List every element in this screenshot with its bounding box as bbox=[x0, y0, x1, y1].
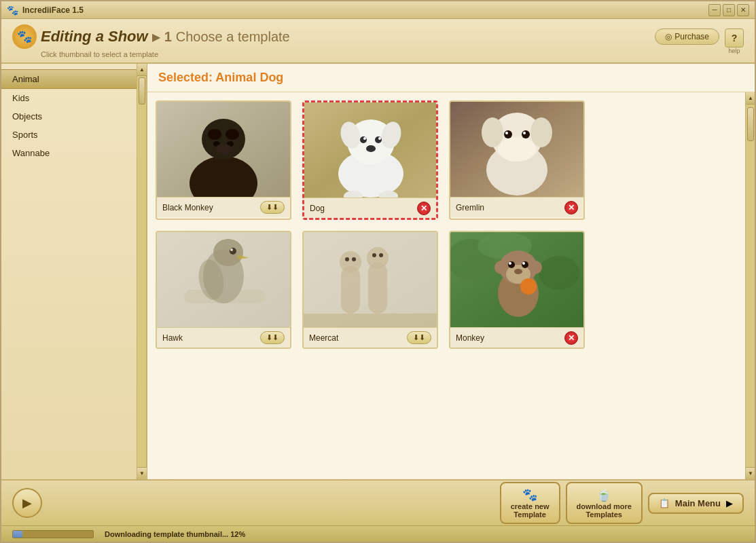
svg-point-29 bbox=[523, 132, 526, 134]
right-scroll-up[interactable]: ▲ bbox=[746, 92, 755, 105]
header-right: ◎ Purchase ? help bbox=[655, 29, 744, 54]
svg-point-25 bbox=[498, 137, 536, 162]
template-footer-gremlin: Gremlin ✕ bbox=[450, 197, 583, 217]
scroll-thumb[interactable] bbox=[139, 77, 145, 105]
template-grid-container: Black Monkey ⬇⬇ bbox=[147, 92, 745, 479]
svg-point-4 bbox=[226, 129, 239, 140]
template-card-dog[interactable]: Dog ✕ bbox=[302, 100, 438, 220]
svg-point-15 bbox=[363, 137, 366, 140]
template-download-black-monkey[interactable]: ⬇⬇ bbox=[260, 201, 285, 214]
template-footer-hawk: Hawk ⬇⬇ bbox=[157, 327, 290, 348]
sidebar-item-animal[interactable]: Animal bbox=[1, 69, 146, 89]
editing-title: Editing a Show bbox=[41, 28, 148, 45]
template-name-meercat: Meercat bbox=[309, 333, 338, 343]
svg-point-33 bbox=[213, 239, 243, 266]
svg-point-16 bbox=[378, 137, 381, 140]
svg-point-50 bbox=[539, 256, 579, 290]
thumbnail-monkey bbox=[450, 232, 583, 327]
template-download-meercat[interactable]: ⬇⬇ bbox=[407, 331, 431, 344]
thumb-svg-meercat bbox=[304, 232, 437, 327]
right-scroll-down[interactable]: ▼ bbox=[746, 467, 755, 479]
sidebar-item-objects[interactable]: Objects bbox=[1, 107, 146, 126]
header: 🐾 Editing a Show ▶ 1 Choose a template C… bbox=[1, 19, 755, 64]
sidebar-label-sports: Sports bbox=[12, 130, 38, 140]
app-icon: 🐾 bbox=[12, 24, 37, 49]
header-arrow: ▶ bbox=[152, 31, 160, 43]
template-card-meercat[interactable]: Meercat ⬇⬇ bbox=[302, 231, 438, 349]
sidebar-label-animal: Animal bbox=[12, 74, 39, 84]
maximize-button[interactable]: □ bbox=[723, 4, 735, 16]
svg-point-57 bbox=[508, 261, 515, 268]
template-close-monkey[interactable]: ✕ bbox=[564, 331, 578, 345]
create-new-template-button[interactable]: 🐾 create new Template bbox=[500, 482, 560, 524]
right-scroll-track bbox=[746, 105, 755, 467]
help-container: ? help bbox=[725, 29, 744, 54]
svg-point-3 bbox=[208, 129, 221, 140]
selected-banner: Selected: Animal Dog bbox=[147, 64, 755, 92]
template-card-hawk[interactable]: Hawk ⬇⬇ bbox=[156, 231, 291, 349]
template-card-gremlin[interactable]: Gremlin ✕ bbox=[449, 100, 585, 220]
thumb-svg-black-monkey bbox=[157, 102, 290, 197]
template-close-dog[interactable]: ✕ bbox=[417, 202, 431, 215]
sidebar-label-objects: Objects bbox=[12, 111, 42, 121]
template-label: Template bbox=[514, 510, 545, 519]
thumbnail-hawk bbox=[157, 232, 290, 327]
svg-point-62 bbox=[520, 278, 537, 295]
svg-point-27 bbox=[522, 130, 530, 138]
template-name-black-monkey: Black Monkey bbox=[162, 203, 213, 212]
main-menu-label: Main Menu bbox=[675, 498, 721, 508]
minimize-button[interactable]: ─ bbox=[708, 4, 721, 16]
menu-icon: 📋 bbox=[659, 498, 670, 508]
main-menu-button[interactable]: 📋 Main Menu ▶ bbox=[648, 493, 744, 514]
sidebar-item-sports[interactable]: Sports bbox=[1, 126, 146, 144]
thumb-svg-monkey bbox=[450, 232, 583, 327]
sidebar-item-kids[interactable]: Kids bbox=[1, 89, 146, 107]
sidebar-item-wannabe[interactable]: Wannabe bbox=[1, 144, 146, 162]
svg-point-7 bbox=[215, 144, 232, 155]
svg-point-13 bbox=[360, 136, 367, 143]
template-footer-meercat: Meercat ⬇⬇ bbox=[304, 327, 437, 348]
svg-point-58 bbox=[522, 261, 528, 268]
sidebar-label-wannabe: Wannabe bbox=[12, 148, 50, 158]
close-button[interactable]: ✕ bbox=[737, 4, 749, 16]
template-card-monkey[interactable]: Monkey ✕ bbox=[449, 231, 585, 349]
template-name-monkey: Monkey bbox=[456, 333, 484, 343]
bottom-right-buttons: 🐾 create new Template 🍵 download more Te… bbox=[500, 482, 744, 524]
svg-point-24 bbox=[530, 117, 552, 147]
svg-rect-47 bbox=[304, 314, 437, 327]
main-content: Animal Kids Objects Sports Wannabe ▲ ▼ bbox=[1, 64, 755, 479]
scroll-track bbox=[137, 76, 146, 467]
template-close-gremlin[interactable]: ✕ bbox=[564, 201, 578, 214]
svg-point-17 bbox=[366, 145, 376, 152]
template-name-gremlin: Gremlin bbox=[456, 203, 484, 212]
svg-point-23 bbox=[482, 117, 503, 147]
help-text: help bbox=[728, 48, 740, 54]
play-button[interactable]: ▶ bbox=[12, 488, 42, 518]
scroll-up-arrow[interactable]: ▲ bbox=[137, 64, 147, 76]
svg-point-44 bbox=[367, 247, 389, 269]
create-icon: 🐾 bbox=[522, 487, 537, 502]
template-card-black-monkey[interactable]: Black Monkey ⬇⬇ bbox=[156, 100, 291, 220]
right-scroll-thumb[interactable] bbox=[747, 107, 754, 141]
header-left: 🐾 Editing a Show ▶ 1 Choose a template C… bbox=[12, 24, 290, 58]
svg-point-59 bbox=[509, 262, 511, 265]
thumb-svg-dog bbox=[304, 102, 437, 198]
download-more-templates-button[interactable]: 🍵 download more Templates bbox=[566, 482, 643, 524]
thumbnail-dog bbox=[304, 102, 437, 198]
thumb-svg-gremlin bbox=[450, 102, 583, 197]
thumb-svg-hawk bbox=[157, 232, 290, 327]
progress-bar bbox=[12, 530, 94, 538]
window-title: IncrediiFace 1.5 bbox=[22, 5, 84, 15]
main-window: 🐾 IncrediiFace 1.5 ─ □ ✕ 🐾 Editing a Sho… bbox=[0, 0, 756, 543]
svg-point-60 bbox=[522, 262, 525, 265]
template-download-hawk[interactable]: ⬇⬇ bbox=[260, 331, 285, 344]
scroll-down-arrow[interactable]: ▼ bbox=[137, 467, 147, 479]
sidebar-label-kids: Kids bbox=[12, 93, 29, 103]
right-scrollbar: ▲ ▼ bbox=[745, 92, 755, 479]
template-grid: Black Monkey ⬇⬇ bbox=[156, 100, 737, 349]
purchase-label: Purchase bbox=[674, 32, 709, 41]
svg-rect-43 bbox=[368, 263, 387, 314]
purchase-button[interactable]: ◎ Purchase bbox=[655, 29, 719, 45]
help-button[interactable]: ? bbox=[725, 29, 744, 48]
svg-point-61 bbox=[514, 269, 522, 274]
